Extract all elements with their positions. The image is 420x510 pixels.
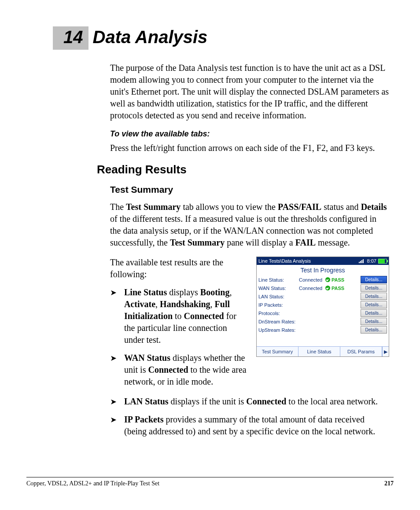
- device-result-row: LAN Status:Details...: [258, 292, 387, 301]
- page-number: 217: [384, 480, 394, 487]
- device-row-status: PASS: [325, 286, 353, 291]
- device-result-row: WAN Status:ConnectedPASSDetails...: [258, 284, 387, 292]
- check-icon: [325, 277, 330, 282]
- tabs-subheading: To view the available tabs:: [110, 129, 389, 139]
- details-button[interactable]: Details...: [361, 318, 387, 325]
- device-clock: 8:07: [367, 258, 376, 264]
- list-item: Line Status displays Booting, Activate, …: [110, 286, 248, 346]
- battery-icon: [378, 259, 387, 264]
- chapter-title: Data Analysis: [93, 27, 208, 47]
- details-button[interactable]: Details...: [361, 301, 387, 308]
- device-tab-line-status[interactable]: Line Status: [298, 347, 340, 356]
- device-status-header: Test In Progress: [257, 265, 389, 275]
- device-breadcrumb: Line Tests\Data Analysis: [258, 258, 359, 264]
- section-heading-reading-results: Reading Results: [97, 163, 389, 176]
- device-row-label: UpStream Rates:: [258, 327, 299, 333]
- list-item: IP Packets provides a summary of the tot…: [110, 414, 389, 437]
- details-button[interactable]: Details...: [361, 293, 387, 300]
- device-row-label: IP Packets:: [258, 302, 299, 308]
- device-screenshot: Line Tests\Data Analysis 8:07 Test In Pr…: [256, 257, 389, 357]
- subsection-heading-test-summary: Test Summary: [110, 184, 389, 195]
- device-row-status: PASS: [325, 277, 353, 283]
- device-tab-dsl-params[interactable]: DSL Params: [340, 347, 382, 356]
- device-row-label: WAN Status:: [258, 286, 299, 291]
- device-tab-scroll-right[interactable]: ▶: [382, 347, 389, 356]
- device-result-row: IP Packets:Details...: [258, 301, 387, 309]
- device-result-row: UpStream Rates:Details...: [258, 326, 387, 334]
- details-button[interactable]: Details...: [361, 326, 387, 334]
- device-result-row: Line Status:ConnectedPASSDetails...: [258, 275, 387, 284]
- device-row-label: Line Status:: [258, 277, 299, 283]
- page-footer: Copper, VDSL2, ADSL2+ and IP Triple-Play…: [26, 477, 394, 487]
- device-tab-test-summary[interactable]: Test Summary: [257, 347, 298, 356]
- device-row-label: Protocols:: [258, 311, 299, 316]
- list-item: LAN Status displays if the unit is Conne…: [110, 396, 389, 407]
- device-row-value: Connected: [299, 277, 325, 283]
- device-result-row: DnStream Rates:Details...: [258, 317, 387, 326]
- test-summary-paragraph: The Test Summary tab allows you to view …: [110, 201, 389, 249]
- available-results-intro: The available test results are the follo…: [110, 257, 248, 280]
- check-icon: [325, 286, 330, 290]
- tabs-instruction: Press the left/right function arrows on …: [110, 142, 389, 154]
- chapter-number: 14: [53, 26, 88, 50]
- device-tabs: Test Summary Line Status DSL Params ▶: [257, 346, 389, 356]
- chapter-heading: 14 Data Analysis: [53, 26, 394, 50]
- device-titlebar: Line Tests\Data Analysis 8:07: [257, 257, 389, 265]
- device-row-value: Connected: [299, 286, 325, 291]
- list-item: WAN Status displays whether the unit is …: [110, 352, 248, 388]
- details-button[interactable]: Details...: [361, 284, 387, 292]
- signal-icon: [359, 259, 364, 263]
- footer-title: Copper, VDSL2, ADSL2+ and IP Triple-Play…: [26, 480, 159, 487]
- details-button[interactable]: Details...: [361, 309, 387, 317]
- intro-paragraph: The purpose of the Data Analysis test fu…: [110, 62, 389, 121]
- details-button[interactable]: Details...: [361, 276, 387, 283]
- device-row-label: LAN Status:: [258, 294, 299, 299]
- device-result-row: Protocols:Details...: [258, 309, 387, 317]
- device-row-label: DnStream Rates:: [258, 319, 299, 324]
